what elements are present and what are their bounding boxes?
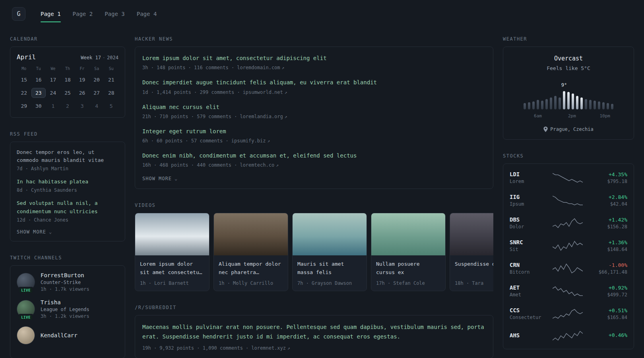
weekday-label: Su: [104, 66, 118, 71]
stock-sparkline: [553, 308, 583, 320]
rss-item-title[interactable]: Sed volutpat nulla nisl, a condimentum n…: [17, 199, 118, 215]
calendar-day[interactable]: 5: [104, 101, 118, 111]
show-more-label: SHOW MORE: [142, 176, 172, 181]
stock-identity: AET Amet: [510, 284, 548, 298]
weather-bar-column: [559, 97, 561, 109]
hackernews-item-domain[interactable]: ipsumify.biz: [231, 138, 266, 144]
stock-identity: SNRC Sit: [510, 239, 548, 252]
stock-row[interactable]: CCS Consectetur +0.51% $165.84: [510, 302, 627, 325]
external-link-icon: ↗: [282, 65, 285, 70]
hackernews-item-domain[interactable]: loremtech.co: [240, 162, 274, 168]
weather-bar: [607, 103, 609, 109]
weather-bar: [554, 96, 557, 109]
hackernews-widget-title: HACKER NEWS: [135, 36, 493, 42]
calendar-day[interactable]: 4: [89, 101, 104, 111]
twitch-channel[interactable]: KendallCarr: [17, 326, 118, 344]
rss-item-title[interactable]: In hac habitasse platea: [17, 178, 118, 186]
stock-row[interactable]: SNRC Sit +1.36% $148.64: [510, 234, 627, 257]
rss-item[interactable]: Sed volutpat nulla nisl, a condimentum n…: [17, 199, 118, 222]
twitch-channel[interactable]: LIVE ForrestBurton Counter-Strike 1h · 1…: [17, 272, 118, 292]
show-more-label: SHOW MORE: [17, 229, 46, 235]
chevron-down-icon: ⌄: [49, 230, 52, 234]
calendar-day[interactable]: 27: [89, 88, 104, 98]
calendar-day[interactable]: 29: [17, 101, 31, 111]
twitch-widget-title: TWITCH CHANNELS: [10, 255, 125, 261]
middle-column: HACKER NEWS Lorem ipsum dolor sit amet, …: [135, 28, 493, 358]
weather-bar-column: [528, 102, 530, 109]
calendar-day[interactable]: 17: [46, 75, 60, 85]
channel-name: Trisha: [41, 299, 89, 305]
calendar-day[interactable]: 25: [60, 88, 75, 98]
video-title: Suspendisse diam: [455, 260, 493, 277]
calendar-widget-title: CALENDAR: [10, 36, 125, 42]
left-column: CALENDAR April Week 17·2024 MoTuWeThFrSa…: [10, 28, 125, 358]
hackernews-item-domain[interactable]: loremlandia.org: [240, 114, 283, 119]
calendar-day[interactable]: 3: [75, 101, 89, 111]
rss-item[interactable]: Donec tempor eros leo, ut commodo mauris…: [17, 148, 118, 171]
video-card[interactable]: Suspendisse diam 18h · Tara: [450, 213, 493, 291]
calendar-day[interactable]: 26: [75, 88, 89, 98]
rss-item[interactable]: In hac habitasse platea 8d · Cynthia Sau…: [17, 178, 118, 193]
stock-ticker: CRN: [510, 262, 548, 268]
rss-item-meta: 7d · Ashlyn Martin: [17, 166, 118, 171]
calendar-day[interactable]: 28: [104, 88, 118, 98]
calendar-day[interactable]: 19: [75, 75, 89, 85]
videos-widget-title: VIDEOS: [135, 202, 493, 208]
stock-ticker: AET: [510, 284, 548, 291]
hackernews-item-title[interactable]: Donec imperdiet augue tincidunt felis al…: [142, 78, 486, 86]
weather-bar: [532, 101, 535, 109]
page-tab[interactable]: Page 4: [132, 0, 162, 28]
hackernews-item-title[interactable]: Integer eget rutrum lorem: [142, 127, 486, 135]
calendar-day[interactable]: 18: [60, 75, 75, 85]
video-card[interactable]: Aliquam tempor dolor nec pharetra… 1h · …: [213, 213, 288, 291]
hackernews-item-domain[interactable]: ipsumworld.net: [243, 90, 283, 95]
video-meta: 1h · Molly Carrillo: [219, 280, 283, 286]
hackernews-item-domain[interactable]: loremdomain.com: [237, 65, 280, 70]
hackernews-item-title[interactable]: Aliquam nec cursus elit: [142, 103, 486, 111]
hackernews-item-title[interactable]: Lorem ipsum dolor sit amet, consectetur …: [142, 54, 486, 62]
calendar-day[interactable]: 20: [89, 75, 104, 85]
weather-bar-column: [576, 96, 578, 109]
video-card[interactable]: Lorem ipsum dolor sit amet consectetu… 1…: [135, 213, 209, 291]
page-tab[interactable]: Page 2: [68, 0, 98, 28]
rss-item-title[interactable]: Donec tempor eros leo, ut commodo mauris…: [17, 148, 118, 164]
app-logo[interactable]: G: [12, 7, 25, 21]
stock-row[interactable]: LDI Lorem +4.35% $795.18: [510, 166, 627, 189]
subreddit-widget-title: /R/SUBREDDIT: [135, 305, 493, 310]
hackernews-item-title[interactable]: Donec enim nibh, condimentum et accumsan…: [142, 152, 486, 160]
hackernews-show-more-button[interactable]: SHOW MORE ⌄: [142, 176, 178, 181]
twitch-channel[interactable]: LIVE Trisha League of Legends 3h · 1.2k …: [17, 299, 118, 319]
stock-price: $499.72: [588, 292, 627, 298]
calendar-day[interactable]: 24: [46, 88, 60, 98]
calendar-day[interactable]: 30: [31, 101, 46, 111]
page-tab[interactable]: Page 3: [100, 0, 130, 28]
rss-widget: Donec tempor eros leo, ut commodo mauris…: [10, 142, 125, 241]
stock-row[interactable]: IIG Ipsum +2.84% $42.04: [510, 189, 627, 212]
video-card-body: Nullam posuere cursus ex 17h · Stefan Co…: [371, 255, 445, 291]
stock-row[interactable]: AHS +0.46%: [510, 325, 627, 346]
hackernews-item-stats: 1d · 1,414 points · 299 comments ·: [142, 90, 240, 95]
video-card[interactable]: Mauris sit amet massa felis 7h · Grayson…: [292, 213, 367, 291]
subreddit-post-domain[interactable]: loremnet.xyz: [251, 345, 286, 351]
calendar-day[interactable]: 1: [46, 101, 60, 111]
subreddit-post-title[interactable]: Maecenas mollis pulvinar erat non posuer…: [142, 323, 486, 342]
calendar-day[interactable]: 15: [17, 75, 31, 85]
rss-show-more-button[interactable]: SHOW MORE ⌄: [17, 229, 52, 235]
stock-values: +0.46%: [588, 332, 627, 339]
stock-row[interactable]: DBS Dolor +1.42% $156.28: [510, 212, 627, 234]
stock-row[interactable]: CRN Bitcorn -1.00% $66,171.48: [510, 257, 627, 280]
weather-temp-label: 9°: [561, 82, 567, 88]
video-card-body: Suspendisse diam 18h · Tara: [450, 255, 493, 291]
video-card[interactable]: Nullam posuere cursus ex 17h · Stefan Co…: [371, 213, 446, 291]
weather-bar-column: [598, 101, 600, 109]
calendar-day[interactable]: 2: [60, 101, 75, 111]
calendar-day[interactable]: 21: [104, 75, 118, 85]
page-tab[interactable]: Page 1: [36, 0, 66, 28]
hackernews-item: Lorem ipsum dolor sit amet, consectetur …: [142, 54, 486, 70]
stock-row[interactable]: AET Amet +0.92% $499.72: [510, 280, 627, 302]
calendar-day[interactable]: 22: [17, 88, 31, 98]
video-card-body: Aliquam tempor dolor nec pharetra… 1h · …: [214, 255, 288, 291]
chevron-down-icon: ⌄: [175, 176, 178, 181]
calendar-day[interactable]: 23: [31, 88, 46, 98]
calendar-day[interactable]: 16: [31, 75, 46, 85]
